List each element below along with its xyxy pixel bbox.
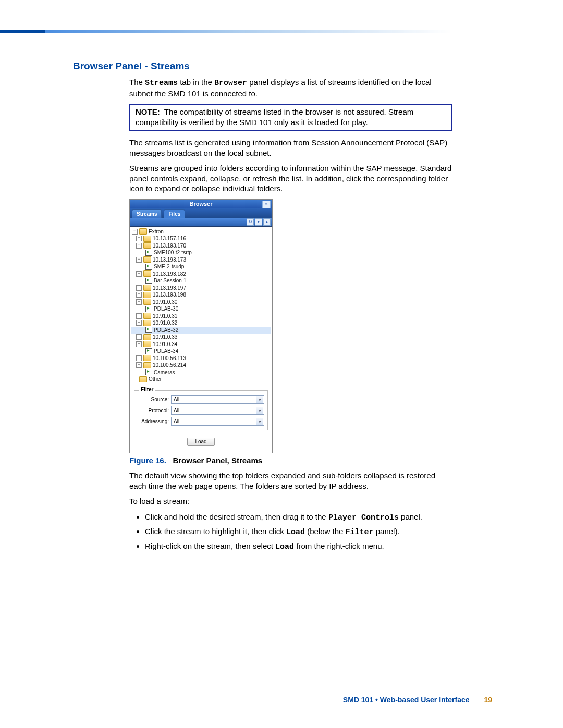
- filter-protocol-select[interactable]: All ⅴ: [171, 406, 264, 415]
- tab-streams[interactable]: Streams: [132, 209, 162, 218]
- folder-item[interactable]: +10.13.193.198: [131, 291, 271, 299]
- chevron-down-icon: ⅴ: [256, 407, 263, 414]
- filter-legend: Filter: [139, 387, 155, 392]
- note-label: NOTE:: [136, 107, 160, 116]
- stream-item[interactable]: Cameras: [131, 369, 271, 376]
- stream-item[interactable]: PDLAB-34: [131, 348, 271, 355]
- folder-icon: [143, 242, 151, 249]
- expand-toggle-icon[interactable]: −: [136, 299, 142, 305]
- collapse-all-icon[interactable]: ▴: [263, 218, 271, 226]
- expand-toggle-icon[interactable]: −: [136, 271, 142, 277]
- folder-icon: [143, 285, 151, 291]
- expand-toggle-icon[interactable]: +: [136, 236, 142, 241]
- folder-item[interactable]: +10.91.0.33: [131, 334, 271, 341]
- streams-keyword: Streams: [145, 79, 178, 88]
- expand-toggle-icon[interactable]: −: [136, 362, 142, 368]
- paragraph: The default view showing the top folders…: [129, 471, 452, 491]
- stream-item[interactable]: PDLAB-30: [131, 305, 271, 313]
- footer-text: SMD 101 • Web-based User Interface: [343, 696, 470, 704]
- folder-item[interactable]: −10.91.0.30: [131, 299, 271, 306]
- intro-paragraph: The Streams tab in the Browser panel dis…: [129, 77, 452, 98]
- text: panel).: [374, 527, 400, 536]
- expand-toggle-icon[interactable]: −: [132, 229, 138, 235]
- folder-item[interactable]: +10.91.0.31: [131, 313, 271, 320]
- expand-toggle-icon[interactable]: +: [136, 292, 142, 298]
- filter-source-label: Source:: [138, 397, 169, 402]
- paragraph: Streams are grouped into folders accordi…: [129, 163, 452, 194]
- folder-icon: [143, 320, 151, 326]
- folder-item[interactable]: +10.100.56.113: [131, 355, 271, 362]
- tree-label: Cameras: [154, 369, 175, 376]
- tree-label: 10.91.0.34: [153, 341, 177, 348]
- player-controls-keyword: Player Controls: [328, 513, 399, 522]
- filter-source-select[interactable]: All ⅴ: [171, 395, 264, 404]
- folder-item[interactable]: −Extron: [131, 228, 271, 236]
- expand-toggle-icon[interactable]: −: [136, 320, 142, 326]
- tree-label: 10.91.0.31: [153, 313, 177, 320]
- instruction-list: Click and hold the desired stream, then …: [134, 512, 452, 553]
- expand-toggle-icon[interactable]: −: [136, 243, 142, 249]
- folder-item[interactable]: −10.13.193.182: [131, 270, 271, 278]
- expand-all-icon[interactable]: ▾: [255, 218, 262, 226]
- folder-item[interactable]: +10.13.193.197: [131, 285, 271, 292]
- filter-protocol-label: Protocol:: [138, 408, 169, 413]
- folder-icon: [143, 292, 151, 298]
- browser-panel-screenshot: Browser » Streams Files ↻ ▾ ▴ −Extron+10…: [129, 199, 273, 453]
- tree-label: PDLAB-34: [154, 348, 178, 355]
- stream-icon: [145, 250, 152, 256]
- expand-toggle-icon[interactable]: +: [136, 355, 142, 361]
- panel-title: Browser: [189, 201, 212, 207]
- tree-label: 10.13.193.197: [153, 285, 186, 292]
- expand-toggle-icon[interactable]: +: [136, 334, 142, 340]
- load-button[interactable]: Load: [187, 438, 214, 446]
- expand-toggle-icon[interactable]: −: [136, 341, 142, 347]
- tree-label: 10.91.0.32: [153, 319, 177, 327]
- tree-label: 10.100.56.113: [153, 355, 186, 362]
- stream-icon: [145, 327, 152, 333]
- expand-toggle-icon[interactable]: −: [136, 257, 142, 263]
- browser-keyword: Browser: [214, 79, 247, 88]
- section-title: Browser Panel - Streams: [73, 60, 492, 72]
- tree-label: Bar Session 1: [154, 277, 186, 285]
- tree-label: 10.13.193.173: [153, 256, 186, 264]
- folder-item[interactable]: +10.13.157.116: [131, 235, 271, 242]
- folder-icon: [143, 355, 151, 361]
- folder-item[interactable]: −10.91.0.32: [131, 319, 271, 327]
- filter-addressing-label: Addressing:: [138, 418, 169, 424]
- folder-item[interactable]: −10.100.56.214: [131, 362, 271, 369]
- stream-item[interactable]: PDLAB-32: [131, 327, 271, 334]
- list-item: Click and hold the desired stream, then …: [145, 512, 452, 523]
- collapse-icon[interactable]: »: [262, 201, 271, 208]
- folder-item[interactable]: −10.13.193.170: [131, 242, 271, 250]
- page-number: 19: [484, 696, 492, 704]
- filter-protocol-value: All: [174, 408, 179, 413]
- expand-toggle-icon[interactable]: +: [136, 285, 142, 291]
- top-gradient-rule: [0, 30, 563, 33]
- refresh-icon[interactable]: ↻: [247, 218, 254, 226]
- folder-icon: [143, 256, 151, 263]
- stream-item[interactable]: SME-2-tsudp: [131, 263, 271, 270]
- filter-addressing-select[interactable]: All ⅴ: [171, 417, 264, 426]
- note-box: NOTE: The compatibility of streams liste…: [129, 104, 452, 131]
- stream-icon: [145, 278, 152, 284]
- stream-icon: [145, 306, 152, 312]
- stream-item[interactable]: Bar Session 1: [131, 277, 271, 285]
- tab-files[interactable]: Files: [164, 209, 185, 218]
- filter-source-value: All: [174, 397, 179, 402]
- folder-icon: [143, 236, 151, 242]
- paragraph: To load a stream:: [129, 496, 452, 507]
- expand-toggle-icon[interactable]: +: [136, 313, 142, 319]
- folder-item[interactable]: −10.13.193.173: [131, 256, 271, 264]
- folder-item[interactable]: −10.91.0.34: [131, 341, 271, 348]
- tree-label: PDLAB-32: [154, 327, 178, 334]
- stream-tree: −Extron+10.13.157.116−10.13.193.170SME10…: [130, 227, 272, 385]
- stream-item[interactable]: SME100-t2-tsrtp: [131, 249, 271, 256]
- folder-icon: [139, 376, 147, 382]
- load-button-row: Load: [130, 434, 272, 453]
- folder-item[interactable]: Other: [131, 376, 271, 383]
- page-footer: SMD 101 • Web-based User Interface 19: [343, 696, 492, 704]
- text: (below the: [305, 527, 346, 536]
- panel-title-bar: Browser »: [130, 200, 272, 208]
- tree-label: 10.91.0.30: [153, 299, 177, 306]
- load-keyword: Load: [286, 528, 305, 537]
